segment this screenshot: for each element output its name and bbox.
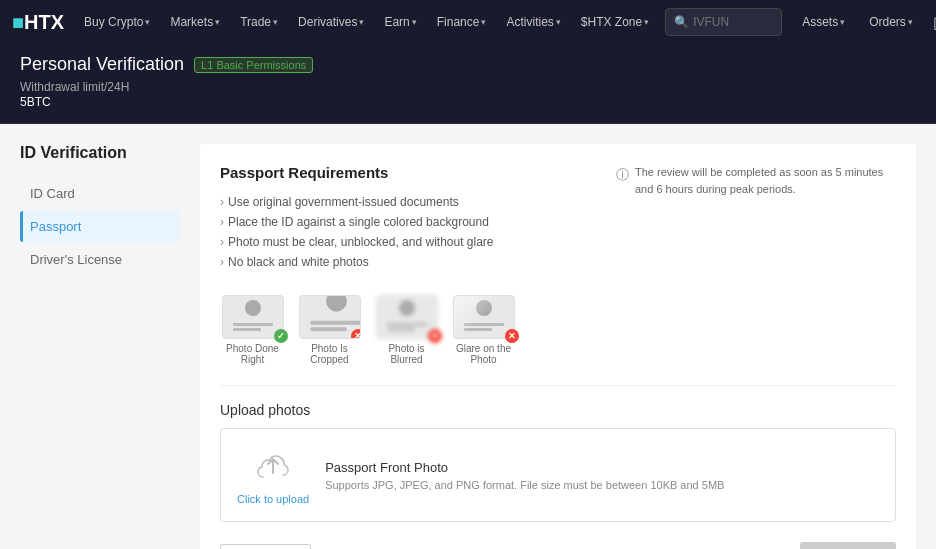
nav-item-orders[interactable]: Orders ▾ <box>861 11 921 33</box>
search-box[interactable]: 🔍 <box>665 8 782 36</box>
upload-cloud-icon <box>251 445 295 489</box>
status-ok-icon: ✓ <box>274 329 288 343</box>
photo-label-1: Photo Is Cropped <box>297 343 362 365</box>
logo-text: HTX <box>24 11 64 34</box>
chevron-down-icon: ▾ <box>908 17 913 27</box>
chevron-down-icon: ▾ <box>273 17 278 27</box>
photo-label-3: Glare on the Photo <box>451 343 516 365</box>
main-content: ID Verification ID Card Passport Driver'… <box>0 124 936 549</box>
requirements-title: Passport Requirements <box>220 164 596 181</box>
divider <box>220 385 896 386</box>
nav-item-assets[interactable]: Assets ▾ <box>794 11 853 33</box>
chevron-down-icon: ▾ <box>644 17 649 27</box>
photo-example-0: ✓ Photo Done Right <box>220 295 285 365</box>
status-err-icon: ✕ <box>505 329 519 343</box>
upload-photo-desc: Supports JPG, JPEG, and PNG format. File… <box>325 479 724 491</box>
info-note: ⓘ The review will be completed as soon a… <box>616 164 896 275</box>
photo-example-3: ✕ Glare on the Photo <box>451 295 516 365</box>
status-err-icon: ✕ <box>351 329 361 339</box>
permission-badge: L1 Basic Permissions <box>194 57 313 73</box>
sidebar-item-id-card[interactable]: ID Card <box>20 178 180 209</box>
bullet-icon: › <box>220 215 224 229</box>
photo-thumb-2: ✕ <box>376 295 438 339</box>
notification-icon[interactable]: ▣ <box>929 9 936 36</box>
sidebar-item-passport[interactable]: Passport <box>20 211 180 242</box>
upload-section-title: Upload photos <box>220 402 896 418</box>
page-title: Personal Verification <box>20 54 184 75</box>
nav-item-markets[interactable]: Markets ▾ <box>162 11 228 33</box>
status-err-icon: ✕ <box>428 329 442 343</box>
withdrawal-label: Withdrawal limit/24H <box>20 80 129 94</box>
bullet-icon: › <box>220 195 224 209</box>
chevron-down-icon: ▾ <box>215 17 220 27</box>
chevron-down-icon: ▾ <box>840 17 845 27</box>
bullet-icon: › <box>220 255 224 269</box>
submit-button[interactable]: Submit <box>800 542 896 549</box>
nav-item-htx-zone[interactable]: $HTX Zone ▾ <box>573 11 657 33</box>
upload-photo-title: Passport Front Photo <box>325 460 724 475</box>
photo-label-0: Photo Done Right <box>220 343 285 365</box>
photo-example-1: ✕ Photo Is Cropped <box>297 295 362 365</box>
bullet-icon: › <box>220 235 224 249</box>
upload-info: Passport Front Photo Supports JPG, JPEG,… <box>325 460 724 491</box>
photo-thumb-0: ✓ <box>222 295 284 339</box>
withdrawal-value: 5BTC <box>20 95 51 109</box>
page-header: Personal Verification L1 Basic Permissio… <box>0 44 936 124</box>
req-item-1: › Place the ID against a single colored … <box>220 215 596 229</box>
photo-thumb-1: ✕ <box>299 295 361 339</box>
requirements-container: Passport Requirements › Use original gov… <box>220 164 896 275</box>
chevron-down-icon: ▾ <box>556 17 561 27</box>
photo-thumb-3: ✕ <box>453 295 515 339</box>
chevron-down-icon: ▾ <box>359 17 364 27</box>
nav-item-derivatives[interactable]: Derivatives ▾ <box>290 11 372 33</box>
sidebar: ID Verification ID Card Passport Driver'… <box>20 144 180 549</box>
nav-item-activities[interactable]: Activities ▾ <box>498 11 568 33</box>
chevron-down-icon: ▾ <box>412 17 417 27</box>
chevron-down-icon: ▾ <box>145 17 150 27</box>
content-panel: Passport Requirements › Use original gov… <box>200 144 916 549</box>
photo-example-2: ✕ Photo is Blurred <box>374 295 439 365</box>
photo-examples: ✓ Photo Done Right ✕ Photo Is Cropp <box>220 295 896 365</box>
nav-item-earn[interactable]: Earn ▾ <box>376 11 424 33</box>
info-icon: ⓘ <box>616 165 629 185</box>
chevron-down-icon: ▾ <box>481 17 486 27</box>
upload-area[interactable]: Click to upload <box>237 445 309 505</box>
search-input[interactable] <box>693 15 773 29</box>
navbar: ■HTX Buy Crypto ▾ Markets ▾ Trade ▾ Deri… <box>0 0 936 44</box>
sidebar-item-drivers-license[interactable]: Driver's License <box>20 244 180 275</box>
nav-item-trade[interactable]: Trade ▾ <box>232 11 286 33</box>
nav-item-finance[interactable]: Finance ▾ <box>429 11 495 33</box>
logo[interactable]: ■HTX <box>12 11 64 34</box>
sidebar-title: ID Verification <box>20 144 180 162</box>
click-to-upload-label[interactable]: Click to upload <box>237 493 309 505</box>
nav-right: Assets ▾ Orders ▾ ▣ ▤ 🌐 <box>794 9 936 36</box>
footer-row: 🇫🇮 Finland ▾ Submit <box>220 542 896 549</box>
req-item-2: › Photo must be clear, unblocked, and wi… <box>220 235 596 249</box>
country-selector[interactable]: 🇫🇮 Finland ▾ <box>220 544 311 550</box>
req-item-0: › Use original government-issued documen… <box>220 195 596 209</box>
requirements-left: Passport Requirements › Use original gov… <box>220 164 596 275</box>
upload-box: Click to upload Passport Front Photo Sup… <box>220 428 896 522</box>
nav-item-buy-crypto[interactable]: Buy Crypto ▾ <box>76 11 158 33</box>
search-icon: 🔍 <box>674 15 689 29</box>
req-item-3: › No black and white photos <box>220 255 596 269</box>
photo-label-2: Photo is Blurred <box>374 343 439 365</box>
